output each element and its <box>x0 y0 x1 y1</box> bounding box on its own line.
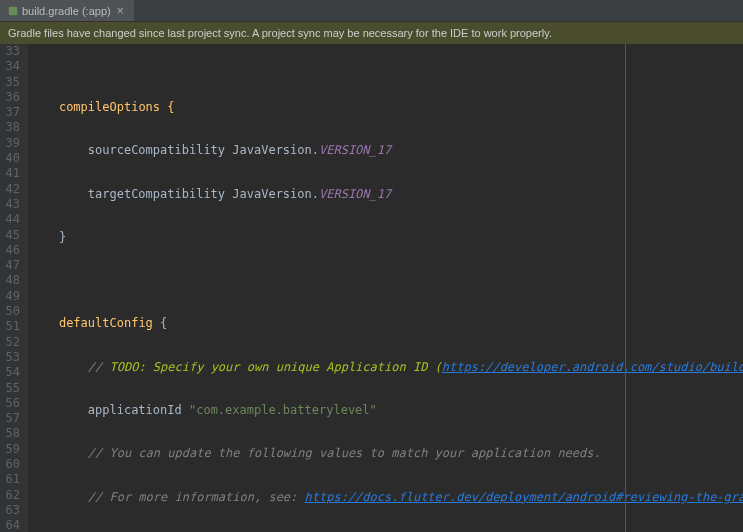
line-number: 64 <box>4 518 20 532</box>
line-number: 59 <box>4 442 20 457</box>
line-number: 57 <box>4 411 20 426</box>
line-number: 63 <box>4 503 20 518</box>
svg-rect-0 <box>9 6 17 14</box>
file-tab[interactable]: build.gradle (:app) × <box>0 0 134 21</box>
line-number: 36 <box>4 90 20 105</box>
line-number: 42 <box>4 182 20 197</box>
line-number: 37 <box>4 105 20 120</box>
line-number: 51 <box>4 319 20 334</box>
code-line: // For more information, see: https://do… <box>28 490 743 505</box>
tab-label: build.gradle (:app) <box>22 5 111 17</box>
gradle-file-icon <box>8 6 18 16</box>
code-line: // TODO: Specify your own unique Applica… <box>28 360 743 375</box>
line-number: 62 <box>4 488 20 503</box>
line-number: 49 <box>4 289 20 304</box>
line-number: 52 <box>4 335 20 350</box>
right-margin-line <box>625 44 626 532</box>
editor-tab-bar: build.gradle (:app) × <box>0 0 743 22</box>
line-number: 43 <box>4 197 20 212</box>
code-area[interactable]: compileOptions { sourceCompatibility Jav… <box>28 44 743 532</box>
code-line: defaultConfig { <box>28 316 743 331</box>
code-line: // You can update the following values t… <box>28 446 743 461</box>
line-number: 61 <box>4 472 20 487</box>
line-number: 46 <box>4 243 20 258</box>
code-editor[interactable]: 3334353637383940414243444546474849505152… <box>0 44 743 532</box>
line-number: 40 <box>4 151 20 166</box>
line-number: 38 <box>4 120 20 135</box>
code-line: sourceCompatibility JavaVersion.VERSION_… <box>28 143 743 158</box>
banner-text: Gradle files have changed since last pro… <box>8 27 552 39</box>
line-number: 39 <box>4 136 20 151</box>
line-number: 47 <box>4 258 20 273</box>
code-line: compileOptions { <box>28 100 743 115</box>
line-number: 48 <box>4 273 20 288</box>
line-number: 45 <box>4 228 20 243</box>
line-number-gutter: 3334353637383940414243444546474849505152… <box>0 44 28 532</box>
code-line: targetCompatibility JavaVersion.VERSION_… <box>28 187 743 202</box>
line-number: 54 <box>4 365 20 380</box>
sync-banner[interactable]: Gradle files have changed since last pro… <box>0 22 743 44</box>
code-line: } <box>28 230 743 245</box>
line-number: 33 <box>4 44 20 59</box>
code-line <box>28 273 743 288</box>
line-number: 56 <box>4 396 20 411</box>
line-number: 60 <box>4 457 20 472</box>
line-number: 50 <box>4 304 20 319</box>
code-line: applicationId "com.example.batterylevel" <box>28 403 743 418</box>
line-number: 35 <box>4 75 20 90</box>
line-number: 41 <box>4 166 20 181</box>
close-icon[interactable]: × <box>115 4 126 18</box>
line-number: 55 <box>4 381 20 396</box>
line-number: 34 <box>4 59 20 74</box>
line-number: 58 <box>4 426 20 441</box>
line-number: 53 <box>4 350 20 365</box>
line-number: 44 <box>4 212 20 227</box>
